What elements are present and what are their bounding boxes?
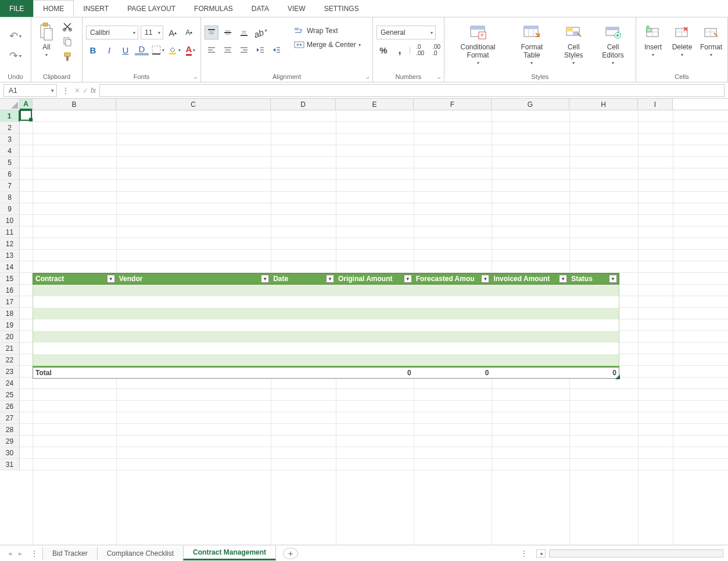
table-row[interactable] xyxy=(33,285,619,296)
scroll-track[interactable] xyxy=(549,549,723,558)
table-row[interactable] xyxy=(33,354,619,366)
filter-dropdown-2[interactable]: ▼ xyxy=(326,275,334,283)
percent-button[interactable]: % xyxy=(376,43,390,57)
table-row[interactable] xyxy=(33,331,619,343)
row-header-13[interactable]: 13 xyxy=(0,250,20,261)
row-header-23[interactable]: 23 xyxy=(0,366,20,377)
cell-editors-button[interactable]: Cell Editors ▾ xyxy=(594,20,632,66)
formula-input[interactable] xyxy=(99,84,725,97)
redo-button[interactable]: ↷ xyxy=(9,49,23,63)
table-row[interactable] xyxy=(33,308,619,319)
table-total-cell-3[interactable]: 0 xyxy=(336,368,414,378)
row-header-29[interactable]: 29 xyxy=(0,436,20,447)
sheet-tab-2[interactable]: Contract Management xyxy=(183,546,276,560)
font-size-select[interactable]: 11 xyxy=(141,26,163,39)
row-header-3[interactable]: 3 xyxy=(0,134,20,145)
table-header-3[interactable]: Original Amount▼ xyxy=(336,274,414,284)
align-left-button[interactable] xyxy=(205,43,218,57)
table-row[interactable] xyxy=(33,319,619,331)
row-header-24[interactable]: 24 xyxy=(0,377,20,389)
row-header-27[interactable]: 27 xyxy=(0,412,20,424)
fill-color-button[interactable] xyxy=(167,43,181,57)
orientation-button[interactable]: ab xyxy=(252,24,270,42)
name-box[interactable]: A1 xyxy=(3,84,57,97)
wrap-text-button[interactable]: ab Wrap Text xyxy=(294,26,361,36)
col-header-F[interactable]: F xyxy=(414,99,492,110)
row-header-8[interactable]: 8 xyxy=(0,192,20,203)
col-header-C[interactable]: C xyxy=(116,99,271,110)
row-header-5[interactable]: 5 xyxy=(0,157,20,168)
shrink-font-button[interactable]: A▾ xyxy=(182,26,196,39)
align-top-button[interactable] xyxy=(205,26,218,39)
file-tab[interactable]: FILE xyxy=(0,0,33,17)
format-table-button[interactable]: Format Table ▾ xyxy=(510,20,553,66)
cell-styles-button[interactable]: Cell Styles ▾ xyxy=(555,20,591,66)
merge-center-button[interactable]: Merge & Center ▾ xyxy=(294,39,361,50)
sheet-tab-1[interactable]: Compliance Checklist xyxy=(97,547,184,560)
row-header-25[interactable]: 25 xyxy=(0,389,20,401)
row-header-1[interactable]: 1 xyxy=(0,110,20,122)
table-header-5[interactable]: Invoiced Amount▼ xyxy=(491,274,569,284)
row-header-17[interactable]: 17 xyxy=(0,296,20,308)
row-header-26[interactable]: 26 xyxy=(0,401,20,412)
row-header-2[interactable]: 2 xyxy=(0,122,20,134)
add-sheet-button[interactable]: + xyxy=(283,548,298,559)
table-header-2[interactable]: Date▼ xyxy=(271,274,336,284)
accept-formula-icon[interactable]: ✓ xyxy=(83,87,88,95)
conditional-format-button[interactable]: ≠ Conditional Format ▾ xyxy=(448,20,508,66)
grow-font-button[interactable]: A▴ xyxy=(166,26,180,39)
borders-button[interactable] xyxy=(151,43,165,57)
bold-button[interactable]: B xyxy=(86,43,100,57)
row-header-6[interactable]: 6 xyxy=(0,168,20,180)
row-header-4[interactable]: 4 xyxy=(0,145,20,157)
col-header-D[interactable]: D xyxy=(271,99,336,110)
col-header-E[interactable]: E xyxy=(336,99,414,110)
row-header-22[interactable]: 22 xyxy=(0,354,20,366)
comma-button[interactable]: , xyxy=(393,43,407,57)
table-header-6[interactable]: Status▼ xyxy=(569,274,619,284)
increase-indent-button[interactable] xyxy=(270,43,284,57)
row-header-21[interactable]: 21 xyxy=(0,343,20,354)
table-total-cell-6[interactable]: 0 xyxy=(569,368,619,378)
row-header-7[interactable]: 7 xyxy=(0,180,20,192)
row-header-30[interactable]: 30 xyxy=(0,447,20,459)
row-header-19[interactable]: 19 xyxy=(0,319,20,331)
table-total-cell-4[interactable]: 0 xyxy=(414,368,492,378)
tab-data[interactable]: DATA xyxy=(242,0,278,17)
table-row[interactable] xyxy=(33,296,619,308)
table-total-cell-1[interactable] xyxy=(117,368,271,378)
select-all-corner[interactable] xyxy=(0,99,20,110)
font-color-button[interactable]: A xyxy=(184,43,198,57)
align-right-button[interactable] xyxy=(237,43,251,57)
format-button[interactable]: Format ▾ xyxy=(698,20,725,57)
sheet-tab-0[interactable]: Bid Tracker xyxy=(42,547,98,560)
row-header-10[interactable]: 10 xyxy=(0,215,20,226)
copy-button[interactable] xyxy=(60,35,74,49)
italic-button[interactable]: I xyxy=(102,43,116,57)
cut-button[interactable] xyxy=(60,20,74,34)
filter-dropdown-4[interactable]: ▼ xyxy=(481,275,489,283)
underline-button[interactable]: U xyxy=(119,43,132,57)
sheet-prev-button[interactable]: ◂ xyxy=(5,549,15,558)
tab-formulas[interactable]: FORMULAS xyxy=(185,0,242,17)
insert-button[interactable]: + Insert ▾ xyxy=(640,20,666,57)
tab-home[interactable]: HOME xyxy=(33,0,74,17)
col-header-A[interactable]: A xyxy=(20,99,33,110)
delete-button[interactable]: Delete ▾ xyxy=(669,20,695,57)
align-middle-button[interactable] xyxy=(221,26,235,39)
align-bottom-button[interactable] xyxy=(237,26,251,39)
col-header-I[interactable]: I xyxy=(638,99,673,110)
row-header-9[interactable]: 9 xyxy=(0,203,20,215)
row-header-31[interactable]: 31 xyxy=(0,459,20,470)
row-header-15[interactable]: 15 xyxy=(0,273,20,285)
row-header-14[interactable]: 14 xyxy=(0,261,20,273)
number-format-select[interactable]: General xyxy=(376,26,436,39)
filter-dropdown-0[interactable]: ▼ xyxy=(107,275,115,283)
table-total-cell-2[interactable] xyxy=(271,368,336,378)
fx-icon[interactable]: fx xyxy=(91,87,96,95)
row-header-28[interactable]: 28 xyxy=(0,424,20,436)
row-header-12[interactable]: 12 xyxy=(0,238,20,250)
table-total-cell-5[interactable] xyxy=(491,368,569,378)
col-header-B[interactable]: B xyxy=(33,99,116,110)
filter-dropdown-1[interactable]: ▼ xyxy=(261,275,269,283)
